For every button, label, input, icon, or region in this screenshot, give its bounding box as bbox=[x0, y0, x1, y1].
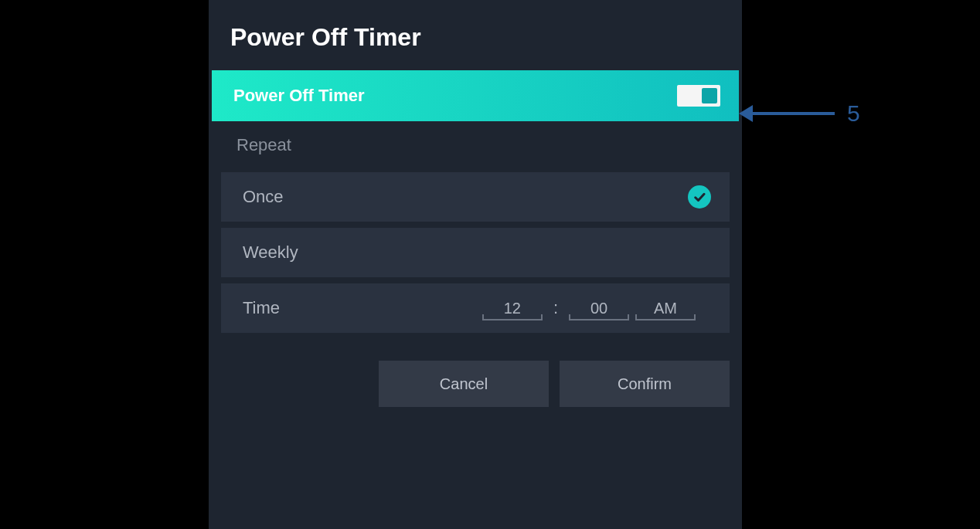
arrow-icon bbox=[750, 112, 835, 115]
power-off-timer-dialog: Power Off Timer Power Off Timer Repeat O… bbox=[209, 0, 742, 529]
check-circle-icon bbox=[688, 185, 711, 209]
annotation-callout: 5 bbox=[750, 100, 860, 127]
time-ampm-input[interactable]: AM bbox=[635, 296, 696, 320]
repeat-section-label: Repeat bbox=[209, 121, 742, 166]
confirm-button[interactable]: Confirm bbox=[560, 361, 730, 407]
repeat-option-once[interactable]: Once bbox=[221, 172, 730, 222]
time-minute-input[interactable]: 00 bbox=[569, 296, 629, 320]
toggle-label: Power Off Timer bbox=[233, 86, 365, 106]
time-fields: 12 : 00 AM bbox=[482, 296, 696, 320]
toggle-knob-icon bbox=[702, 88, 717, 103]
power-off-timer-toggle-row[interactable]: Power Off Timer bbox=[212, 70, 739, 121]
button-row: Cancel Confirm bbox=[209, 339, 742, 407]
time-row: Time 12 : 00 AM bbox=[221, 283, 730, 333]
cancel-button[interactable]: Cancel bbox=[379, 361, 549, 407]
toggle-switch[interactable] bbox=[677, 85, 720, 107]
annotation-number: 5 bbox=[847, 100, 860, 127]
time-label: Time bbox=[243, 298, 280, 318]
time-colon: : bbox=[553, 298, 558, 318]
repeat-option-weekly[interactable]: Weekly bbox=[221, 228, 730, 277]
time-hour-input[interactable]: 12 bbox=[482, 296, 543, 320]
option-label: Once bbox=[243, 187, 284, 207]
option-label: Weekly bbox=[243, 242, 298, 263]
dialog-title: Power Off Timer bbox=[209, 15, 742, 70]
